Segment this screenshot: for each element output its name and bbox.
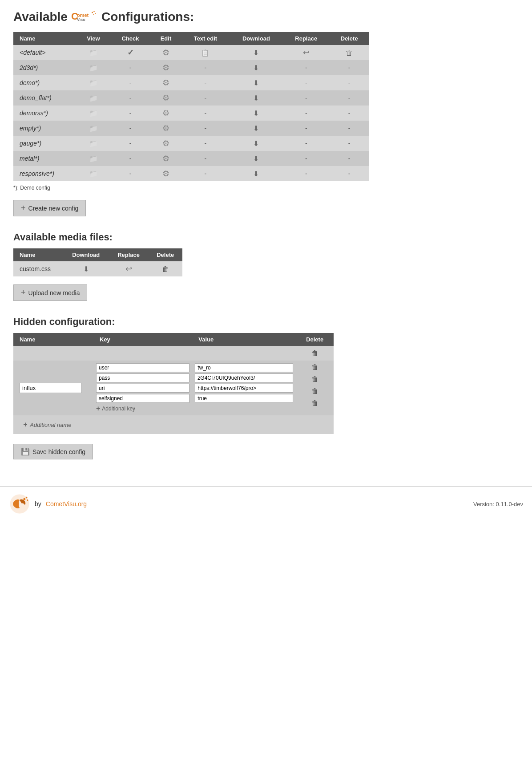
config-delete-cell: - (329, 90, 369, 106)
config-view-cell[interactable] (76, 136, 110, 151)
delete-user-row-icon[interactable] (311, 362, 318, 372)
config-text-edit-cell: - (181, 136, 230, 151)
download-arrow-icon[interactable] (253, 109, 259, 118)
cometvisu-link[interactable]: CometVisu.org (46, 500, 87, 507)
influx-user-val-input[interactable] (195, 363, 293, 372)
create-config-button[interactable]: + Create new config (13, 200, 86, 216)
view-folder-icon[interactable] (89, 48, 98, 57)
text-edit-copy-icon[interactable] (201, 48, 210, 57)
download-arrow-icon[interactable] (253, 154, 259, 163)
config-view-cell[interactable] (76, 121, 110, 136)
config-view-cell[interactable] (76, 45, 110, 60)
config-text-edit-cell[interactable] (181, 45, 230, 60)
download-arrow-icon[interactable] (253, 169, 259, 179)
config-check-cell[interactable] (110, 45, 150, 60)
empty-val-cell (192, 346, 296, 361)
config-table-row: empty*)---- (13, 121, 369, 136)
view-folder-icon[interactable] (89, 139, 98, 148)
delete-pass-row-icon[interactable] (311, 374, 318, 384)
influx-uri-val-input[interactable] (195, 384, 293, 393)
save-hidden-config-button[interactable]: Save hidden config (13, 444, 93, 459)
influx-uri-key-input[interactable] (96, 384, 189, 393)
delete-selfsigned-row-icon[interactable] (311, 398, 318, 408)
download-arrow-icon[interactable] (253, 48, 259, 57)
edit-gear-icon[interactable] (162, 154, 169, 163)
replace-undo-icon[interactable] (303, 48, 310, 57)
download-arrow-icon[interactable] (253, 63, 259, 73)
edit-gear-icon[interactable] (162, 108, 169, 118)
delete-uri-row-icon[interactable] (311, 386, 318, 396)
influx-user-key-input[interactable] (96, 363, 189, 372)
config-edit-cell[interactable] (150, 60, 181, 75)
config-view-cell[interactable] (76, 166, 110, 181)
download-arrow-icon[interactable] (253, 124, 259, 133)
config-view-cell[interactable] (76, 106, 110, 121)
config-edit-cell[interactable] (150, 121, 181, 136)
influx-pass-val-input[interactable] (195, 373, 293, 382)
add-name-cell[interactable]: + Additional name (13, 415, 334, 434)
influx-values-cell (192, 361, 296, 415)
influx-selfsigned-val-input[interactable] (195, 394, 293, 403)
media-download-cell[interactable] (63, 261, 109, 276)
check-icon[interactable] (127, 48, 134, 57)
config-download-cell[interactable] (230, 60, 283, 75)
download-arrow-icon[interactable] (253, 78, 259, 88)
influx-pass-key-input[interactable] (96, 373, 189, 382)
download-arrow-icon[interactable] (253, 93, 259, 103)
config-edit-cell[interactable] (150, 90, 181, 106)
influx-name-cell[interactable] (13, 361, 93, 415)
view-folder-icon[interactable] (89, 109, 98, 118)
config-download-cell[interactable] (230, 136, 283, 151)
check-dash: - (129, 110, 132, 117)
config-view-cell[interactable] (76, 75, 110, 90)
media-replace-icon[interactable] (125, 264, 132, 274)
config-delete-cell[interactable] (329, 45, 369, 60)
config-view-cell[interactable] (76, 90, 110, 106)
edit-gear-icon[interactable] (162, 78, 169, 88)
add-key-button[interactable]: + Additional key (96, 405, 189, 413)
edit-gear-icon[interactable] (162, 93, 169, 103)
edit-gear-icon[interactable] (162, 48, 169, 57)
config-edit-cell[interactable] (150, 45, 181, 60)
view-folder-icon[interactable] (89, 63, 98, 73)
influx-selfsigned-key-input[interactable] (96, 394, 189, 403)
config-download-cell[interactable] (230, 166, 283, 181)
edit-gear-icon[interactable] (162, 138, 169, 148)
config-replace-cell[interactable] (283, 45, 329, 60)
config-view-cell[interactable] (76, 151, 110, 166)
config-download-cell[interactable] (230, 121, 283, 136)
config-download-cell[interactable] (230, 151, 283, 166)
media-trash-icon[interactable] (162, 264, 169, 274)
check-dash: - (129, 94, 132, 101)
view-folder-icon[interactable] (89, 169, 98, 179)
config-download-cell[interactable] (230, 45, 283, 60)
upload-media-button[interactable]: + Upload new media (13, 284, 87, 301)
config-view-cell[interactable] (76, 60, 110, 75)
save-hidden-config-label: Save hidden config (32, 448, 85, 455)
config-edit-cell[interactable] (150, 106, 181, 121)
config-edit-cell[interactable] (150, 136, 181, 151)
media-delete-cell[interactable] (148, 261, 182, 276)
config-download-cell[interactable] (230, 106, 283, 121)
config-download-cell[interactable] (230, 90, 283, 106)
config-edit-cell[interactable] (150, 166, 181, 181)
empty-del-cell[interactable] (296, 346, 334, 361)
view-folder-icon[interactable] (89, 93, 98, 103)
config-trash-icon[interactable] (346, 48, 353, 57)
config-edit-cell[interactable] (150, 151, 181, 166)
view-folder-icon[interactable] (89, 154, 98, 163)
config-edit-cell[interactable] (150, 75, 181, 90)
view-folder-icon[interactable] (89, 78, 98, 88)
view-folder-icon[interactable] (89, 124, 98, 133)
edit-gear-icon[interactable] (162, 169, 169, 179)
add-name-button[interactable]: + Additional name (20, 418, 327, 431)
config-download-cell[interactable] (230, 75, 283, 90)
config-check-cell: - (110, 75, 150, 90)
download-arrow-icon[interactable] (253, 139, 259, 148)
delete-empty-row-icon[interactable] (311, 349, 318, 358)
influx-name-input[interactable] (20, 383, 82, 393)
media-download-icon[interactable] (83, 264, 89, 274)
media-replace-cell[interactable] (109, 261, 149, 276)
edit-gear-icon[interactable] (162, 123, 169, 133)
edit-gear-icon[interactable] (162, 63, 169, 73)
